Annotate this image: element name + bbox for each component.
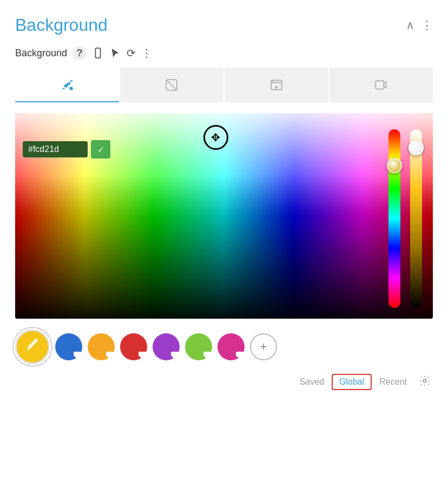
active-swatch[interactable] bbox=[15, 329, 50, 364]
swatch-purple-wrap bbox=[153, 333, 180, 360]
svg-point-9 bbox=[423, 379, 426, 383]
type-buttons-row bbox=[15, 68, 433, 102]
swatch-blue-wrap bbox=[55, 333, 82, 360]
reset-icon[interactable]: ⟲ bbox=[127, 47, 136, 60]
background-panel: Background ∧ ⋮ Background ? ⟲ ⋮ bbox=[0, 0, 448, 501]
media-type-button[interactable] bbox=[225, 68, 328, 102]
svg-point-2 bbox=[69, 87, 73, 90]
svg-point-8 bbox=[27, 349, 29, 351]
svg-point-6 bbox=[272, 81, 273, 82]
add-swatch-button[interactable]: + bbox=[250, 333, 277, 360]
color-picker-area[interactable]: #fcd21d ✓ ✥ bbox=[15, 113, 433, 319]
svg-rect-0 bbox=[95, 48, 100, 58]
hex-overlay: #fcd21d ✓ bbox=[23, 140, 110, 159]
recent-tab[interactable]: Recent bbox=[372, 374, 414, 390]
subheader-more-icon[interactable]: ⋮ bbox=[141, 47, 152, 60]
swatch-green-wrap bbox=[185, 333, 212, 360]
swatches-row: + bbox=[15, 329, 433, 364]
subheader-row: Background ? ⟲ ⋮ bbox=[15, 46, 433, 60]
device-icon[interactable] bbox=[92, 47, 104, 59]
move-icon: ✥ bbox=[211, 131, 220, 144]
image-type-button[interactable] bbox=[120, 68, 224, 102]
panel-title: Background bbox=[15, 15, 108, 35]
hex-input[interactable]: #fcd21d bbox=[23, 141, 88, 157]
subheader-label: Background bbox=[15, 48, 67, 59]
picker-cursor[interactable]: ✥ bbox=[203, 125, 228, 150]
fill-type-button[interactable] bbox=[15, 68, 119, 102]
hue-thumb[interactable] bbox=[387, 158, 402, 173]
swatch-yellow-wrap bbox=[88, 333, 115, 360]
swatch-red-wrap bbox=[120, 333, 147, 360]
settings-icon[interactable] bbox=[419, 375, 431, 390]
svg-rect-7 bbox=[376, 81, 384, 89]
collapse-icon[interactable]: ∧ bbox=[406, 18, 414, 32]
global-tab[interactable]: Global bbox=[332, 374, 372, 390]
more-options-icon[interactable]: ⋮ bbox=[421, 18, 433, 32]
saved-tab[interactable]: Saved bbox=[292, 374, 332, 390]
hue-slider[interactable] bbox=[388, 129, 400, 308]
header-icons: ∧ ⋮ bbox=[406, 18, 433, 32]
svg-line-4 bbox=[167, 80, 177, 90]
help-icon[interactable]: ? bbox=[73, 46, 87, 60]
cursor-icon[interactable] bbox=[109, 47, 121, 59]
video-type-button[interactable] bbox=[330, 68, 433, 102]
eyedropper-icon bbox=[25, 338, 39, 355]
panel-header: Background ∧ ⋮ bbox=[15, 15, 433, 35]
swatch-pink-wrap bbox=[218, 333, 245, 360]
opacity-slider[interactable] bbox=[410, 129, 422, 308]
opacity-thumb[interactable] bbox=[409, 140, 424, 155]
hex-confirm-button[interactable]: ✓ bbox=[91, 140, 110, 159]
bottom-tabs: Saved Global Recent bbox=[15, 374, 433, 390]
